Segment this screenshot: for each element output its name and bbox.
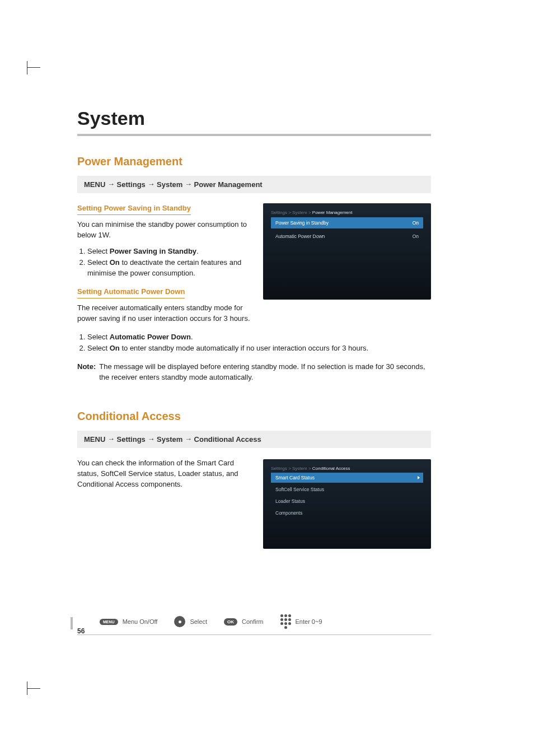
legend-select: Select	[174, 616, 207, 627]
legend-label: Select	[190, 618, 207, 625]
nav-path-conditional-access: MENU → Settings → System → Conditional A…	[77, 431, 431, 448]
row-label: Power Saving in Standby	[275, 220, 329, 226]
step: Select On to deactivate the certain feat…	[87, 258, 251, 279]
nav-settings: Settings	[117, 180, 146, 189]
step-text: Select	[87, 333, 110, 341]
nav-menu: MENU	[84, 180, 105, 189]
bc-part: Settings	[271, 466, 287, 471]
chapter-title: System	[77, 108, 431, 133]
arrow-icon: →	[107, 180, 115, 188]
crop-mark-top-left	[27, 67, 40, 81]
note-label: Note:	[77, 362, 96, 383]
conditional-access-screenshot: Settings > System > Conditional Access S…	[263, 458, 431, 549]
legend-label: Enter 0~9	[296, 618, 322, 625]
arrow-icon: →	[147, 435, 154, 443]
section-title-conditional-access: Conditional Access	[77, 410, 431, 423]
step-bold: Automatic Power Down	[110, 333, 191, 341]
conditional-access-text: You can check the information of the Sma…	[77, 458, 251, 496]
footer-row: MENU Menu On/Off Select OK Confirm Enter…	[77, 614, 431, 629]
row-label: Automatic Power Down	[275, 234, 325, 239]
menu-button-icon: MENU	[100, 619, 118, 625]
step-text: Select	[87, 247, 110, 255]
title-rule	[77, 134, 431, 136]
screen-conditional-access: Settings > System > Conditional Access S…	[263, 459, 431, 549]
power-management-text: Setting Power Saving in Standby You can …	[77, 203, 251, 330]
screen-item-smart-card: Smart Card Status	[271, 473, 423, 483]
row-value: On	[413, 234, 419, 239]
bc-part: System	[292, 210, 307, 215]
step-text: .	[191, 333, 193, 341]
row-value: On	[413, 220, 419, 226]
step-bold: On	[110, 258, 120, 267]
power-management-row: Setting Power Saving in Standby You can …	[77, 203, 431, 330]
legend-confirm: OK Confirm	[224, 618, 264, 626]
nav-conditional-access: Conditional Access	[194, 435, 261, 444]
nav-settings: Settings	[117, 435, 146, 444]
page-number-tab	[71, 617, 73, 629]
power-saving-steps: Select Power Saving in Standby. Select O…	[87, 246, 251, 279]
screen-row-power-saving: Power Saving in Standby On	[271, 217, 423, 228]
nav-dot-icon	[174, 616, 185, 627]
arrow-icon: →	[147, 180, 154, 188]
sub-heading-power-saving: Setting Power Saving in Standby	[77, 203, 191, 215]
nav-system: System	[157, 180, 182, 189]
screen-power-management: Settings > System > Power Management Pow…	[263, 203, 431, 300]
step: Select Automatic Power Down.	[87, 332, 431, 343]
power-saving-para: You can minimise the standby power consu…	[77, 220, 251, 241]
screen-row-auto-power-down: Automatic Power Down On	[271, 231, 423, 242]
auto-power-down-para: The receiver automatically enters standb…	[77, 303, 251, 324]
step: Select On to enter standby mode automati…	[87, 343, 431, 354]
step-text: Select	[87, 344, 110, 352]
bc-current: Power Management	[312, 210, 353, 215]
legend-menu: MENU Menu On/Off	[100, 618, 157, 625]
arrow-icon: →	[185, 180, 192, 188]
screen-item-components: Components	[271, 508, 423, 518]
manual-page: System Power Management MENU → Settings …	[0, 0, 534, 756]
nav-system: System	[157, 435, 182, 444]
conditional-access-para: You can check the information of the Sma…	[77, 458, 251, 490]
footer-rule	[77, 634, 431, 635]
screen-item-loader: Loader Status	[271, 496, 423, 506]
auto-power-down-steps: Select Automatic Power Down. Select On t…	[87, 332, 431, 354]
step-bold: Power Saving in Standby	[110, 247, 196, 255]
crop-mark-bottom-left	[27, 675, 40, 689]
arrow-icon: →	[107, 435, 115, 443]
page-content: System Power Management MENU → Settings …	[77, 108, 431, 549]
screen-breadcrumb: Settings > System > Conditional Access	[271, 466, 423, 471]
ok-button-icon: OK	[224, 618, 237, 626]
step-text: .	[196, 247, 199, 255]
footer-legend: MENU Menu On/Off Select OK Confirm Enter…	[77, 614, 431, 640]
conditional-access-row: You can check the information of the Sma…	[77, 458, 431, 549]
section-title-power-management: Power Management	[77, 155, 431, 168]
screen-item-softcell: SoftCell Service Status	[271, 484, 423, 494]
legend-label: Confirm	[242, 618, 264, 625]
numpad-icon	[280, 614, 291, 629]
nav-menu: MENU	[84, 435, 105, 444]
nav-path-power-management: MENU → Settings → System → Power Managem…	[77, 176, 431, 193]
arrow-icon: →	[185, 435, 192, 443]
screen-breadcrumb: Settings > System > Power Management	[271, 210, 423, 215]
bc-part: System	[292, 466, 307, 471]
note: Note: The message will be displayed befo…	[77, 362, 431, 383]
bc-current: Conditional Access	[312, 466, 350, 471]
nav-power-management: Power Management	[194, 180, 263, 189]
step-text: Select	[87, 258, 110, 267]
legend-numpad: Enter 0~9	[280, 614, 322, 629]
power-management-screenshot: Settings > System > Power Management Pow…	[263, 203, 431, 300]
step: Select Power Saving in Standby.	[87, 246, 251, 257]
legend-label: Menu On/Off	[123, 618, 158, 625]
note-text: The message will be displayed before ent…	[99, 362, 431, 383]
bc-part: Settings	[271, 210, 287, 215]
sub-heading-auto-power-down: Setting Automatic Power Down	[77, 287, 185, 298]
step-bold: On	[110, 344, 120, 352]
step-text: to enter standby mode automatically if n…	[120, 344, 368, 352]
